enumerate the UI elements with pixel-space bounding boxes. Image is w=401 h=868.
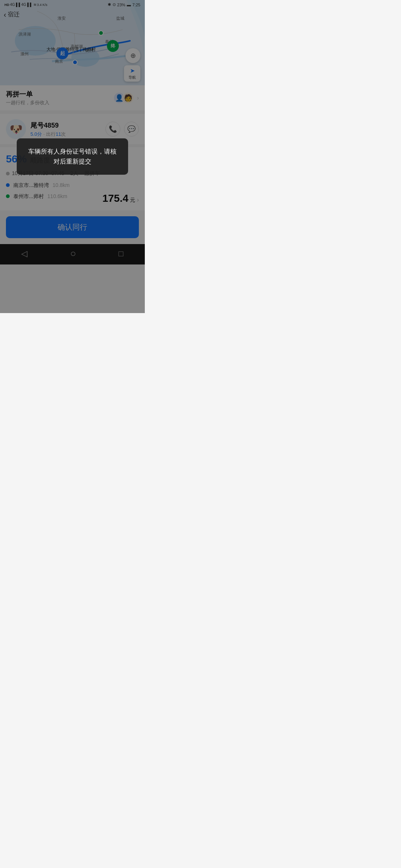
toast-message: 车辆所有人身份证号错误，请核对后重新提交 [28,148,117,165]
toast-overlay: 车辆所有人身份证号错误，请核对后重新提交 [0,0,145,313]
toast-dialog: 车辆所有人身份证号错误，请核对后重新提交 [17,138,128,175]
